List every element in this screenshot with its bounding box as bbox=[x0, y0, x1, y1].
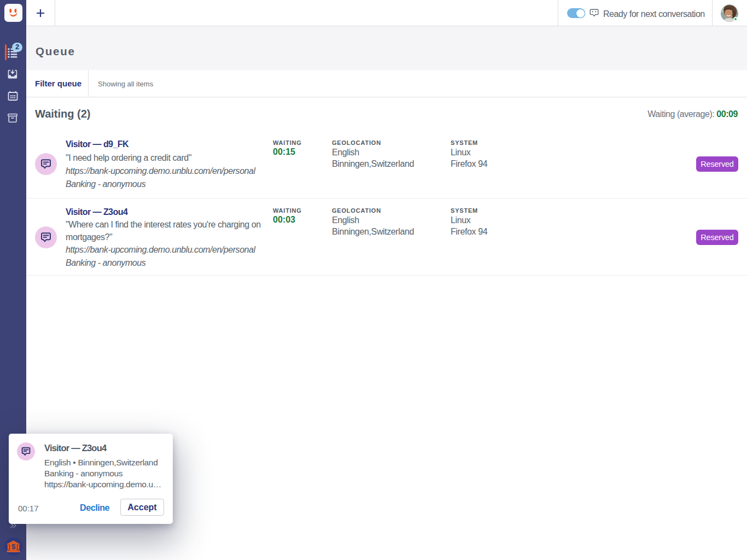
svg-text:$: $ bbox=[11, 542, 16, 551]
